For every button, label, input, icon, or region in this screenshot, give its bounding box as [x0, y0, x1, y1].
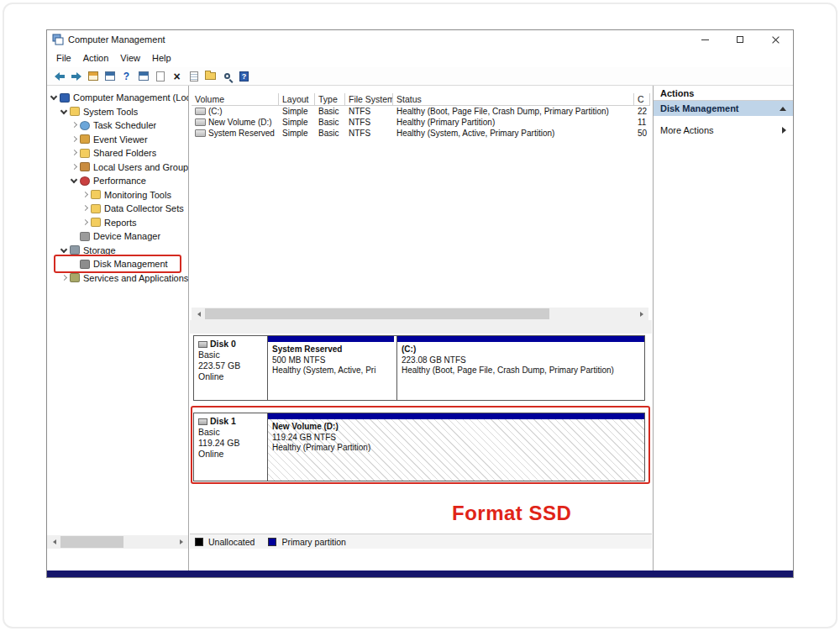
chevron-collapsed-icon[interactable]	[70, 149, 78, 157]
column-status[interactable]: Status	[393, 93, 634, 105]
find-icon[interactable]	[220, 70, 234, 83]
actions-header: Actions	[654, 86, 793, 101]
menu-view[interactable]: View	[114, 50, 146, 66]
forward-icon[interactable]	[69, 70, 83, 83]
titlebar[interactable]: Computer Management	[47, 30, 793, 49]
back-icon[interactable]	[52, 70, 66, 83]
volume-fs: NTFS	[345, 129, 393, 138]
column-type[interactable]: Type	[315, 93, 345, 105]
disk-1-label[interactable]: Disk 1 Basic 119.24 GB Online	[194, 413, 268, 481]
tree-item-shared-folders[interactable]: Shared Folders	[47, 146, 188, 160]
properties-window-icon[interactable]	[136, 70, 150, 83]
partition-status: Healthy (System, Active, Pri	[272, 365, 390, 376]
column-capacity[interactable]: C	[634, 93, 650, 105]
volume-layout: Simple	[279, 107, 315, 116]
volume-status: Healthy (Boot, Page File, Crash Dump, Pr…	[393, 107, 634, 116]
disk-icon	[198, 418, 207, 425]
tree-item-device-manager[interactable]: Device Manager	[47, 229, 188, 244]
chevron-expanded-icon[interactable]	[50, 93, 58, 102]
volume-icon	[195, 108, 206, 115]
menu-action[interactable]: Action	[77, 50, 115, 66]
scroll-right-icon[interactable]	[635, 308, 648, 320]
chevron-collapsed-icon[interactable]	[81, 191, 89, 199]
tree-horizontal-scrollbar[interactable]	[47, 535, 188, 549]
console-window-icon[interactable]	[102, 70, 117, 83]
volume-row-system-reserved[interactable]: System Reserved Simple Basic NTFS Health…	[192, 128, 650, 139]
tree-item-data-collector-sets[interactable]: Data Collector Sets	[47, 202, 188, 216]
partition-name: System Reserved	[272, 344, 390, 355]
minimize-icon[interactable]	[687, 30, 722, 49]
new-document-icon[interactable]	[153, 70, 167, 83]
tree-item-task-scheduler[interactable]: Task Scheduler	[47, 118, 188, 133]
chevron-collapsed-icon[interactable]	[70, 121, 78, 129]
partition-new-volume-d[interactable]: New Volume (D:) 119.24 GB NTFS Healthy (…	[268, 413, 644, 481]
scroll-right-icon[interactable]	[175, 535, 188, 549]
disk-0-label[interactable]: Disk 0 Basic 223.57 GB Online	[194, 336, 268, 400]
volume-status: Healthy (Primary Partition)	[393, 118, 634, 127]
partition-status: Healthy (Boot, Page File, Crash Dump, Pr…	[402, 365, 640, 376]
column-layout[interactable]: Layout	[279, 93, 315, 105]
reports-icon	[91, 218, 101, 227]
scrollbar-thumb[interactable]	[60, 536, 123, 548]
tree-item-performance[interactable]: Performance	[47, 174, 188, 188]
chevron-expanded-icon[interactable]	[70, 176, 78, 185]
disk-status: Online	[198, 371, 263, 382]
delete-icon[interactable]	[170, 70, 184, 83]
volume-list-horizontal-scrollbar[interactable]	[192, 308, 648, 320]
chevron-expanded-icon[interactable]	[60, 246, 68, 255]
chevron-collapsed-icon[interactable]	[60, 274, 68, 282]
chevron-collapsed-icon[interactable]	[81, 218, 89, 227]
disk-management-icon	[80, 260, 90, 269]
column-volume[interactable]: Volume	[192, 93, 279, 105]
tree-item-computer-management[interactable]: Computer Management (Local	[47, 91, 188, 105]
chevron-expanded-icon[interactable]	[60, 108, 68, 116]
tree-item-system-tools[interactable]: System Tools	[47, 105, 188, 119]
partition-c[interactable]: (C:) 223.08 GB NTFS Healthy (Boot, Page …	[396, 336, 644, 400]
tree-item-disk-management[interactable]: Disk Management	[47, 257, 188, 271]
help-icon[interactable]	[119, 70, 134, 83]
column-file-system[interactable]: File System	[345, 93, 393, 105]
properties-list-icon[interactable]	[186, 70, 201, 83]
volume-name: (C:)	[208, 107, 223, 116]
help-book-icon[interactable]	[237, 70, 251, 83]
collapse-icon[interactable]	[780, 107, 786, 111]
scrollbar-track[interactable]	[60, 535, 175, 549]
actions-more-actions[interactable]: More Actions	[654, 123, 793, 138]
volume-row-new-volume-d[interactable]: New Volume (D:) Simple Basic NTFS Health…	[192, 117, 650, 128]
chevron-placeholder	[70, 260, 78, 268]
app-icon	[52, 34, 64, 45]
tree-item-label: Storage	[83, 245, 116, 255]
scroll-left-icon[interactable]	[192, 308, 205, 320]
tree-item-reports[interactable]: Reports	[47, 216, 188, 230]
tree-item-monitoring-tools[interactable]: Monitoring Tools	[47, 188, 188, 202]
menu-help[interactable]: Help	[146, 50, 177, 66]
tree-item-event-viewer[interactable]: Event Viewer	[47, 133, 188, 147]
menu-file[interactable]: File	[50, 50, 77, 66]
disk-type: Basic	[198, 427, 263, 438]
volume-type: Basic	[315, 129, 345, 138]
scrollbar-thumb[interactable]	[205, 308, 549, 319]
tree-item-storage[interactable]: Storage	[47, 244, 188, 258]
partition-system-reserved[interactable]: System Reserved 500 MB NTFS Healthy (Sys…	[268, 336, 394, 400]
open-folder-icon[interactable]	[203, 70, 218, 83]
scrollbar-track[interactable]	[205, 308, 635, 320]
volume-row-c[interactable]: (C:) Simple Basic NTFS Healthy (Boot, Pa…	[192, 106, 650, 117]
partition-name: New Volume (D:)	[272, 422, 640, 433]
actions-disk-management[interactable]: Disk Management	[654, 101, 793, 116]
tree-item-local-users-and-groups[interactable]: Local Users and Groups	[47, 160, 188, 175]
pane-divider	[190, 320, 652, 334]
tree-item-services-and-applications[interactable]: Services and Applications	[47, 271, 188, 286]
disk-name: Disk 1	[210, 416, 236, 427]
chevron-collapsed-icon[interactable]	[70, 163, 78, 171]
show-console-tree-icon[interactable]	[86, 70, 100, 83]
chevron-collapsed-icon[interactable]	[81, 204, 89, 213]
volume-capacity: 22	[634, 107, 650, 116]
volume-status: Healthy (System, Active, Primary Partiti…	[393, 129, 634, 138]
expand-icon[interactable]	[782, 127, 786, 134]
chevron-collapsed-icon[interactable]	[70, 135, 78, 144]
close-icon[interactable]	[758, 30, 793, 49]
maximize-icon[interactable]	[722, 30, 758, 49]
scroll-left-icon[interactable]	[47, 535, 60, 549]
annotation-format-ssd: Format SSD	[452, 502, 571, 525]
tree-item-label: Device Manager	[93, 231, 160, 241]
